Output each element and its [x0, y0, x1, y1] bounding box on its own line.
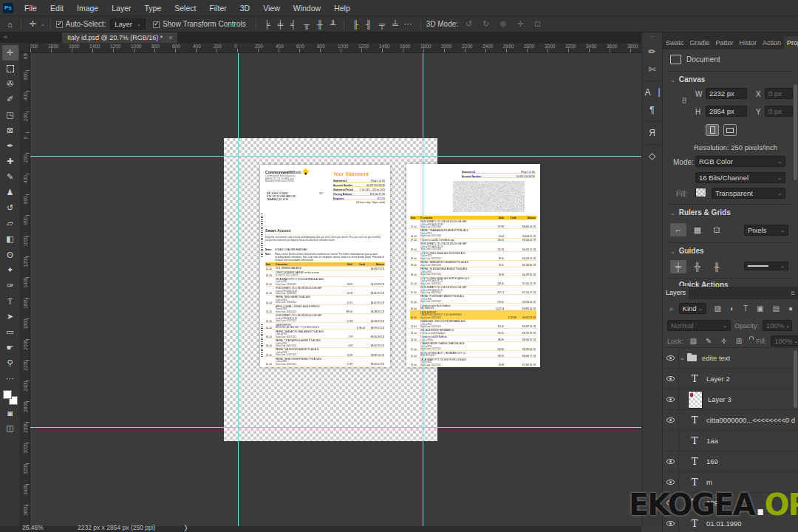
menu-view[interactable]: View [256, 0, 287, 16]
filter-shape-layers-icon[interactable]: ▣ [757, 304, 763, 313]
canvas-viewport[interactable]: CommonwealthBank Commonwealth Bank of Au… [30, 53, 641, 526]
toggle-rulers-icon[interactable]: ⌐ [670, 223, 686, 236]
distribute-bottom-icon[interactable]: ╧ [389, 20, 401, 29]
menu-file[interactable]: File [18, 0, 44, 16]
gradient-tool[interactable]: ◧ [2, 231, 18, 247]
more-options-icon[interactable]: ⋯ [401, 19, 415, 29]
tab-action[interactable]: Action [760, 36, 784, 50]
layer-row[interactable]: ⌄edite text [663, 348, 798, 369]
align-middle-icon[interactable]: ╫ [314, 20, 326, 29]
dodge-tool[interactable]: ✦ [2, 262, 18, 278]
close-icon[interactable]: × [168, 34, 172, 41]
shape-tool[interactable]: ▭ [2, 324, 18, 340]
visibility-toggle[interactable] [663, 348, 679, 368]
align-bottom-icon[interactable]: ╨ [327, 20, 339, 29]
history-brush-tool[interactable]: ↺ [2, 200, 18, 216]
visibility-toggle[interactable] [663, 451, 679, 471]
visibility-toggle[interactable] [663, 410, 679, 430]
toggle-guides-icon[interactable]: ╪ [670, 260, 686, 273]
guide-style-select[interactable]: ⌄ [744, 262, 788, 270]
tab-gradie[interactable]: Gradie [687, 36, 713, 50]
toggle-grid-icon[interactable]: ▦ [689, 223, 706, 236]
3d-slide-icon[interactable]: ✛ [514, 19, 527, 29]
bit-depth-select[interactable]: 16 Bits/Channel⌄ [695, 172, 785, 183]
menu-select[interactable]: Select [168, 0, 202, 16]
menu-layer[interactable]: Layer [105, 0, 137, 16]
frame-tool[interactable]: ⊠ [2, 123, 18, 138]
orientation-landscape-button[interactable] [723, 124, 737, 136]
tab-patter[interactable]: Patter [713, 36, 737, 50]
menu-type[interactable]: Type [137, 0, 168, 16]
visibility-toggle[interactable] [663, 389, 679, 409]
link-dimensions-icon[interactable]: 8 [682, 96, 686, 105]
tab-histor[interactable]: Histor [737, 36, 760, 50]
move-tool[interactable]: ✛ [2, 45, 18, 61]
align-top-icon[interactable]: ╥ [301, 20, 313, 29]
tab-properties[interactable]: Properties [784, 36, 798, 50]
guide-horizontal[interactable] [30, 156, 641, 157]
fill-field[interactable]: 100%⌄ [771, 335, 798, 347]
menu-help[interactable]: Help [327, 0, 357, 16]
lock-guides-icon[interactable]: ╬ [689, 260, 706, 273]
blend-mode-select[interactable]: Normal⌄ [667, 320, 731, 331]
pen-tool[interactable]: ✑ [2, 278, 18, 293]
guide-vertical[interactable] [238, 53, 239, 526]
lock-transparent-icon[interactable]: ▨ [690, 337, 697, 345]
clone-stamp-tool[interactable]: ♟ [2, 185, 18, 200]
3d-drag-icon[interactable]: ⊕ [497, 19, 509, 29]
menu-3d[interactable]: 3D [233, 0, 256, 16]
vertical-ruler[interactable]: 8006004002000200400600800100012001400160… [21, 53, 30, 526]
tab-overflow-icon[interactable]: « [4, 33, 7, 41]
3d-rotate-icon[interactable]: ↺ [463, 19, 475, 29]
eyedropper-tool[interactable]: ✒ [2, 138, 18, 154]
healing-brush-tool[interactable]: ✚ [2, 154, 18, 169]
guide-vertical[interactable] [423, 53, 423, 526]
guides-section-header[interactable]: ⌄Guides [670, 247, 704, 255]
canvas-width-field[interactable]: 2232 px [706, 88, 747, 99]
distribute-center-icon[interactable]: ╢ [363, 20, 375, 29]
show-transform-checkbox[interactable] [153, 21, 160, 28]
brush-settings-panel-icon[interactable]: ✏ [644, 43, 661, 61]
menu-edit[interactable]: Edit [44, 0, 70, 16]
visibility-toggle[interactable] [663, 431, 679, 451]
fill-swatch[interactable] [695, 188, 706, 197]
color-swatches[interactable] [3, 390, 18, 405]
filter-toggle-icon[interactable]: ● [788, 304, 793, 313]
hand-tool[interactable]: ☛ [2, 340, 18, 355]
blur-tool[interactable]: ʘ [2, 247, 18, 262]
lock-paint-icon[interactable]: ✎ [706, 337, 712, 345]
menu-image[interactable]: Image [70, 0, 105, 16]
3d-roll-icon[interactable]: ↻ [480, 19, 492, 29]
align-center-h-icon[interactable]: ╪ [275, 20, 287, 29]
ruler-origin-corner[interactable] [21, 43, 30, 53]
panel-menu-icon[interactable]: ≡ [787, 289, 798, 299]
auto-select-target-select[interactable]: Layer⌄ [110, 18, 146, 30]
lock-artboard-icon[interactable]: ⊞ [736, 337, 742, 345]
color-mode-select[interactable]: RGB Color⌄ [695, 156, 785, 167]
crop-tool[interactable]: ◳ [2, 107, 18, 123]
opacity-field[interactable]: 100%⌄ [763, 320, 792, 331]
layer-row[interactable]: Layer 3 [663, 389, 798, 410]
canvas-section-header[interactable]: ⌄Canvas [670, 75, 705, 83]
quick-mask-icon[interactable]: ◙ [2, 405, 18, 420]
layer-row[interactable]: Tcitta0000000...<<<<<<<<0 d [663, 410, 798, 431]
align-left-icon[interactable]: ╞ [262, 20, 273, 29]
orientation-portrait-button[interactable] [706, 124, 719, 136]
zoom-percentage[interactable]: 26.46% [22, 524, 44, 531]
tab-swatc[interactable]: Swatc [663, 36, 687, 50]
character-panel-icon[interactable]: A⎹ [644, 83, 661, 101]
chevron-down-icon[interactable]: ⌄ [680, 355, 685, 361]
distribute-left-icon[interactable]: ╟ [349, 20, 361, 29]
dock-handle[interactable]: ⋅⋅ [650, 34, 654, 40]
glyphs-panel-icon[interactable]: Я [644, 124, 661, 142]
properties-scrollbar[interactable] [794, 84, 797, 180]
zoom-tool[interactable]: ⚲ [2, 355, 18, 371]
clear-guides-icon[interactable]: ╫ [709, 260, 725, 273]
layer-row[interactable]: T169 [663, 451, 798, 472]
tab-layers[interactable]: Layers [663, 286, 689, 299]
horizontal-ruler[interactable]: 2000180016001400120010008006004002000200… [30, 43, 641, 53]
layer-row[interactable]: T1aa [663, 431, 798, 451]
rulers-grids-section-header[interactable]: ⌄Rulers & Grids [670, 208, 731, 216]
menu-filter[interactable]: Filter [202, 0, 233, 16]
marquee-tool[interactable] [2, 61, 18, 76]
